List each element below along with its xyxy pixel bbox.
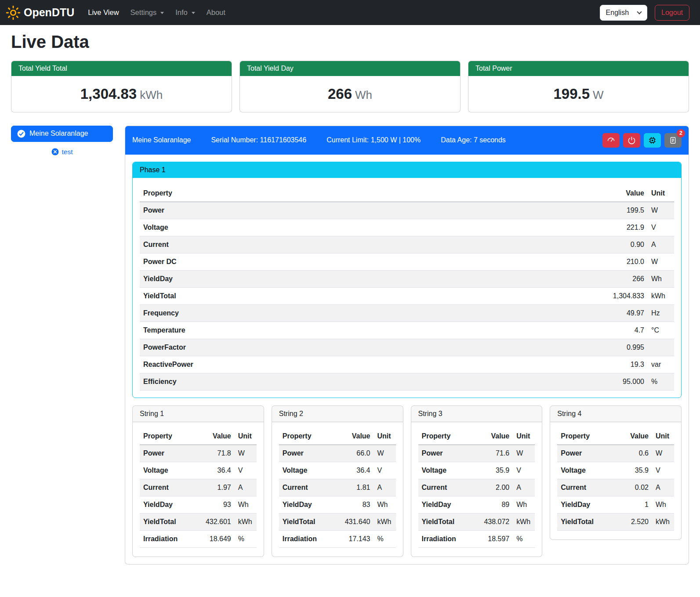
string-table: Property Value Unit Power	[418, 428, 535, 548]
column-value: Value	[618, 428, 652, 445]
string-card-body: Property Value Unit Power	[411, 422, 542, 557]
cpu-chip-icon	[648, 136, 656, 145]
summary-card-title: Total Yield Day	[240, 61, 460, 76]
inverter-item-test[interactable]: test	[11, 148, 113, 156]
power-toggle-button[interactable]	[623, 133, 640, 148]
language-select[interactable]: English	[600, 5, 647, 21]
language-value: English	[606, 9, 629, 17]
column-unit: Unit	[235, 428, 257, 445]
row-property: Frequency	[140, 304, 595, 322]
table-row: YieldDay 1 Wh	[557, 496, 674, 513]
table-row: Irradiation 18.597 %	[418, 530, 535, 547]
logout-button[interactable]: Logout	[655, 5, 689, 21]
table-row: Current 0.02 A	[557, 479, 674, 496]
column-property: Property	[557, 428, 618, 445]
column-unit: Unit	[513, 428, 535, 445]
table-row: Current 1.81 A	[279, 479, 396, 496]
row-unit: V	[235, 462, 257, 479]
summary-value: 199.5	[553, 86, 590, 102]
phase-card: Phase 1 Property Value Unit	[132, 162, 682, 398]
row-property: Efficiency	[140, 373, 595, 390]
table-row: YieldTotal 432.601 kWh	[140, 513, 257, 530]
inverter-select-button[interactable]: Meine Solaranlage	[11, 126, 113, 142]
table-row: Power 0.6 W	[557, 445, 674, 462]
chevron-down-icon	[160, 12, 164, 14]
row-unit: W	[652, 445, 674, 462]
row-value: 89	[479, 496, 513, 513]
table-row: Power DC 210.0 W	[140, 253, 674, 270]
nav-item-settings[interactable]: Settings	[125, 5, 170, 20]
row-value: 1.81	[340, 479, 374, 496]
row-unit: W	[648, 202, 674, 219]
string-card-4: String 4 Property Value Unit	[550, 405, 682, 540]
nav-links: Live View Settings Info About	[82, 5, 599, 20]
navbar-right: English Logout	[600, 5, 689, 21]
row-property: Current	[140, 236, 595, 253]
table-row: YieldTotal 438.072 kWh	[418, 513, 535, 530]
row-value: 0.6	[618, 445, 652, 462]
inverter-data-age: Data Age: 7 seconds	[441, 136, 506, 144]
row-value: 93	[200, 496, 235, 513]
row-value: 1.97	[200, 479, 235, 496]
phase-table: Property Value Unit Power	[140, 185, 674, 391]
column-value: Value	[340, 428, 374, 445]
event-log-button[interactable]: 2	[664, 133, 682, 148]
table-row: Voltage 35.9 V	[557, 462, 674, 479]
brand-link[interactable]: OpenDTU	[6, 6, 74, 20]
row-value: 36.4	[200, 462, 235, 479]
table-row: Current 2.00 A	[418, 479, 535, 496]
row-property: YieldTotal	[418, 513, 479, 530]
row-property: YieldDay	[418, 496, 479, 513]
chevron-down-icon	[192, 12, 195, 14]
table-row: YieldTotal 1,304.833 kWh	[140, 287, 674, 304]
column-value: Value	[479, 428, 513, 445]
nav-item-about[interactable]: About	[201, 5, 231, 20]
row-unit: %	[374, 530, 396, 547]
row-unit: A	[513, 479, 535, 496]
row-value: 83	[340, 496, 374, 513]
table-row: YieldTotal 431.640 kWh	[279, 513, 396, 530]
table-row: Voltage 35.9 V	[418, 462, 535, 479]
row-property: Irradiation	[279, 530, 340, 547]
row-property: PowerFactor	[140, 339, 595, 356]
phase-card-body: Property Value Unit Power	[133, 178, 681, 398]
row-unit: %	[648, 373, 674, 390]
table-row: YieldDay 93 Wh	[140, 496, 257, 513]
journal-icon	[669, 136, 677, 145]
row-property: YieldTotal	[140, 513, 200, 530]
nav-item-info[interactable]: Info	[170, 5, 201, 20]
limit-settings-button[interactable]	[602, 133, 620, 148]
column-unit: Unit	[652, 428, 674, 445]
string-card-title: String 2	[272, 406, 403, 422]
column-unit: Unit	[374, 428, 396, 445]
content-row: Meine Solaranlage test Meine Solaranlage…	[11, 126, 689, 564]
device-info-button[interactable]	[644, 133, 661, 148]
row-property: Voltage	[279, 462, 340, 479]
chevron-down-icon	[637, 9, 642, 14]
summary-card-body: 199.5W	[468, 76, 689, 112]
inverter-sidebar: Meine Solaranlage test	[11, 126, 113, 156]
row-value: 2.520	[618, 513, 652, 530]
table-row: ReactivePower 19.3 var	[140, 356, 674, 373]
row-property: Power	[557, 445, 618, 462]
column-property: Property	[140, 428, 200, 445]
table-row: YieldTotal 2.520 kWh	[557, 513, 674, 530]
row-unit	[648, 339, 674, 356]
table-row: Voltage 36.4 V	[140, 462, 257, 479]
row-unit: Wh	[648, 270, 674, 287]
summary-card-title: Total Power	[468, 61, 689, 76]
column-property: Property	[140, 185, 595, 202]
inverter-test-label: test	[62, 148, 73, 156]
row-unit: kWh	[374, 513, 396, 530]
row-value: 2.00	[479, 479, 513, 496]
table-row: Current 0.90 A	[140, 236, 674, 253]
row-value: 0.90	[595, 236, 648, 253]
column-value: Value	[595, 185, 648, 202]
row-unit: V	[513, 462, 535, 479]
table-row: Power 71.8 W	[140, 445, 257, 462]
nav-item-live-view[interactable]: Live View	[82, 5, 124, 20]
row-value: 66.0	[340, 445, 374, 462]
string-card-2: String 2 Property Value Unit	[272, 405, 403, 557]
row-unit: kWh	[513, 513, 535, 530]
x-circle-icon	[51, 148, 59, 156]
